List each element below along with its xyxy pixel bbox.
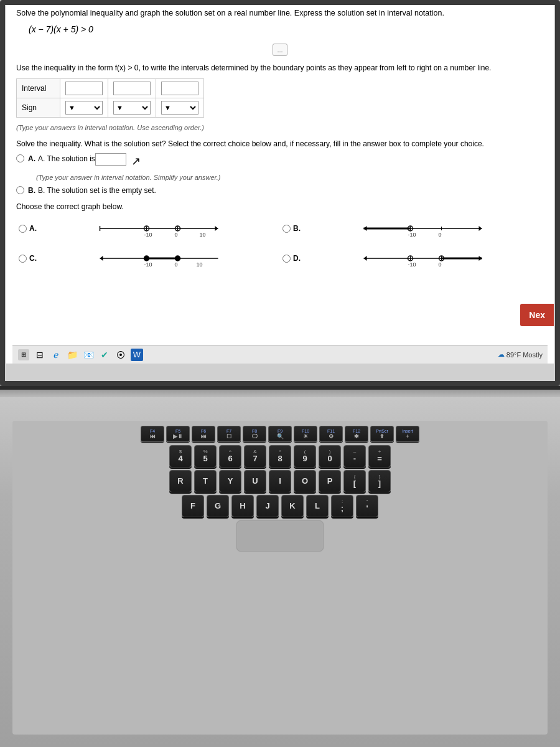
key-f10[interactable]: F10 ☀ — [294, 426, 317, 442]
graph-c-item: C. -10 0 10 — [19, 246, 278, 271]
key-7[interactable]: & 7 — [244, 445, 266, 467]
choice-b-text: B. The solution set is the empty set. — [38, 185, 156, 196]
key-g[interactable]: G — [207, 495, 229, 517]
key-r[interactable]: R — [169, 470, 192, 492]
interval-text-1[interactable] — [65, 82, 103, 95]
chrome-icon[interactable]: ⦿ — [114, 349, 127, 361]
graph-a-radio[interactable] — [19, 225, 27, 233]
interval-text-2[interactable] — [113, 82, 151, 95]
key-f9[interactable]: F9 🔍 — [268, 426, 292, 442]
key-y[interactable]: Y — [219, 470, 241, 492]
choice-a-text: A. The solution is — [38, 153, 95, 164]
key-8[interactable]: * 8 — [269, 445, 291, 467]
f-row: F G H J K L : ; " ' — [12, 495, 548, 517]
sign-select-2[interactable]: ▼+- — [108, 98, 156, 118]
equation: (x − 7)(x + 5) > 0 — [29, 23, 544, 36]
taskview-button[interactable]: ⊟ — [34, 349, 46, 361]
graph-title: Choose the correct graph below. — [16, 201, 544, 212]
mail-icon[interactable]: 📧 — [82, 349, 95, 361]
graph-b-radio[interactable] — [282, 225, 291, 233]
keyboard-area: F4 ⏮ F5 ▶⏸ F6 ⏭ F7 ☐ F8 🖵 F9 🔍 — [12, 421, 548, 735]
key-f12[interactable]: F12 ✱ — [345, 426, 368, 442]
key-f6[interactable]: F6 ⏭ — [192, 426, 215, 442]
key-insert[interactable]: Insert + — [396, 426, 419, 442]
graph-c-radio[interactable] — [19, 255, 27, 263]
key-equals[interactable]: + = — [368, 445, 391, 467]
next-button[interactable]: Nex — [520, 304, 554, 326]
sign-dropdown-1[interactable]: ▼+- — [65, 101, 103, 115]
key-lbracket[interactable]: { [ — [343, 470, 366, 492]
svg-text:0: 0 — [175, 261, 178, 268]
sign-dropdown-2[interactable]: ▼+- — [113, 101, 151, 115]
green-app-icon[interactable]: ✔ — [98, 349, 111, 361]
interval-input-1[interactable] — [60, 79, 108, 98]
graph-d-radio[interactable] — [282, 255, 291, 263]
key-semicolon[interactable]: : ; — [331, 495, 353, 517]
key-p[interactable]: P — [319, 470, 341, 492]
weather-badge: ☁ 89°F Mostly — [498, 350, 543, 359]
svg-text:-10: -10 — [144, 261, 152, 268]
key-rbracket[interactable]: } ] — [368, 470, 391, 492]
key-f4[interactable]: F4 ⏮ — [141, 426, 164, 442]
key-f5[interactable]: F5 ▶⏸ — [166, 426, 190, 442]
choice-b-radio[interactable] — [16, 186, 24, 194]
key-0[interactable]: ) 0 — [319, 445, 341, 467]
weather-text: 89°F Mostly — [506, 351, 543, 359]
key-h[interactable]: H — [231, 495, 254, 517]
key-4[interactable]: $ 4 — [169, 445, 192, 467]
sign-dropdown-3[interactable]: ▼+- — [161, 101, 198, 115]
svg-text:0: 0 — [439, 261, 442, 268]
key-9[interactable]: ( 9 — [294, 445, 316, 467]
key-f11[interactable]: F11 ⚙ — [319, 426, 343, 442]
word-icon[interactable]: W — [131, 349, 143, 361]
svg-text:0: 0 — [175, 232, 178, 238]
sign-label: Sign — [17, 98, 60, 118]
svg-point-27 — [144, 256, 149, 261]
choice-a-note: (Type your answer in interval notation. … — [36, 172, 544, 183]
solve-instruction: Solve the inequality. What is the soluti… — [16, 138, 544, 149]
laptop-hinge — [0, 390, 560, 397]
key-f7[interactable]: F7 ☐ — [217, 426, 241, 442]
sign-select-3[interactable]: ▼+- — [156, 98, 204, 118]
weather-icon: ☁ — [498, 350, 505, 359]
key-f[interactable]: F — [182, 495, 204, 517]
key-quote[interactable]: " ' — [356, 495, 378, 517]
answer-box[interactable] — [95, 153, 126, 166]
graph-d-item: D. -10 0 — [282, 246, 541, 271]
more-btn-container: ... — [16, 41, 544, 59]
key-5[interactable]: % 5 — [194, 445, 217, 467]
graph-a-item: A. -10 0 — [19, 216, 278, 241]
key-minus[interactable]: – - — [343, 445, 366, 467]
instruction1: Use the inequality in the form f(x) > 0,… — [16, 62, 544, 73]
key-i[interactable]: I — [269, 470, 291, 492]
key-k[interactable]: K — [281, 495, 304, 517]
fn-key-row: F4 ⏮ F5 ▶⏸ F6 ⏭ F7 ☐ F8 🖵 F9 🔍 — [12, 426, 548, 442]
interval-input-2[interactable] — [108, 79, 156, 98]
key-t[interactable]: T — [194, 470, 217, 492]
key-prtscr[interactable]: PrtScr ⬆ — [370, 426, 394, 442]
key-j[interactable]: J — [256, 495, 279, 517]
svg-text:10: 10 — [200, 232, 206, 238]
key-f8[interactable]: F8 🖵 — [243, 426, 266, 442]
choice-a-radio[interactable] — [16, 154, 24, 162]
key-o[interactable]: O — [294, 470, 316, 492]
edge-icon[interactable]: ℯ — [50, 349, 62, 361]
windows-icon[interactable]: ⊞ — [18, 349, 29, 360]
key-l[interactable]: L — [306, 495, 329, 517]
interval-input-3[interactable] — [156, 79, 204, 98]
sign-select-1[interactable]: ▼+- — [60, 98, 108, 118]
more-button[interactable]: ... — [273, 44, 287, 57]
svg-text:0: 0 — [439, 232, 442, 238]
laptop-body: F4 ⏮ F5 ▶⏸ F6 ⏭ F7 ☐ F8 🖵 F9 🔍 — [0, 390, 560, 747]
key-u[interactable]: U — [244, 470, 266, 492]
graph-grid: A. -10 0 — [16, 216, 544, 271]
interval-text-3[interactable] — [161, 82, 198, 95]
graph-a-svg: -10 0 10 — [40, 216, 278, 241]
start-button[interactable]: ⊞ — [17, 349, 30, 361]
svg-text:10: 10 — [197, 261, 203, 268]
ascending-note: (Type your answers in interval notation.… — [16, 123, 544, 133]
key-6[interactable]: ^ 6 — [219, 445, 241, 467]
explorer-icon[interactable]: 📁 — [66, 349, 78, 361]
key-f4-label: ⏮ — [150, 433, 156, 439]
touchpad[interactable] — [236, 520, 324, 552]
